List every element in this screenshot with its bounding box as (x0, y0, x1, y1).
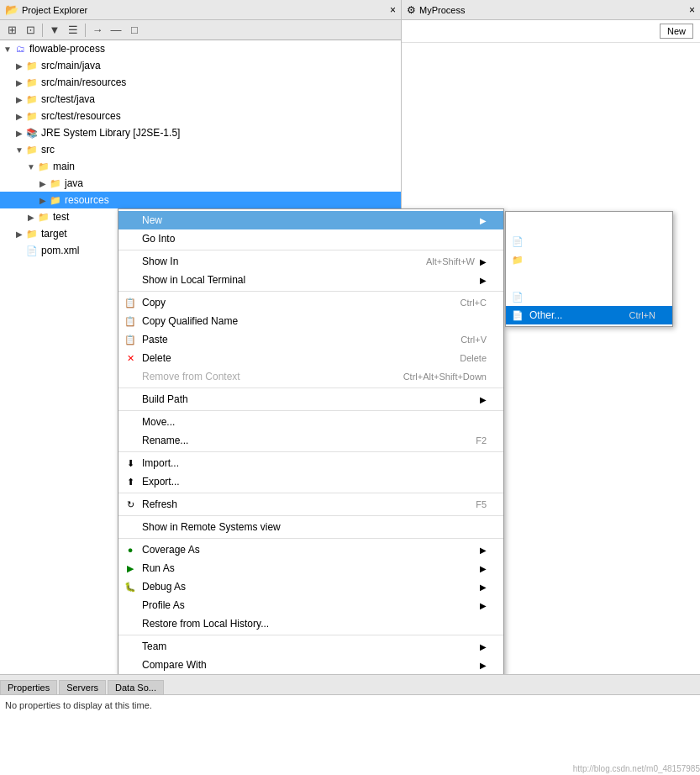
tree-arrow-src: ▼ (13, 145, 25, 155)
tree-item-src-main-java[interactable]: ▶ 📁 src/main/java (0, 57, 401, 74)
submenu-label-sql: SQL File (529, 272, 568, 284)
menu-label-show-remote: Show in Remote Systems view (142, 521, 487, 533)
bottom-content: No properties to display at this time. (0, 695, 700, 775)
menu-item-show-local[interactable]: Show in Local Terminal ▶ (118, 271, 503, 289)
menu-item-remove-context[interactable]: Remove from Context Ctrl+Alt+Shift+Down (118, 367, 503, 386)
folder-icon-src-test-java: 📁 (25, 92, 39, 106)
tab-servers[interactable]: Servers (59, 680, 106, 694)
link-with-editor-icon[interactable]: ⊡ (22, 22, 39, 39)
menu-item-run-as[interactable]: ▶ Run As ▶ (118, 559, 503, 577)
tree-label-main: main (53, 161, 75, 172)
tree-label-src-test-res: src/test/resources (41, 110, 121, 122)
folder-icon-src-test-res: 📁 (25, 109, 39, 123)
menu-label-remove-context: Remove from Context (142, 371, 387, 382)
project-explorer-panel: 📂 Project Explorer × ⊞ ⊡ ▼ ☰ → — □ ▼ (0, 0, 402, 674)
submenu-item-sql[interactable]: 🗃 SQL File (506, 269, 672, 287)
menu-item-show-in[interactable]: Show In Alt+Shift+W ▶ (118, 252, 503, 271)
submenu-item-file[interactable]: 📄 File (506, 232, 672, 250)
other-submenu-icon: 📄 (511, 308, 524, 322)
menu-item-rename[interactable]: Rename... F2 (118, 431, 503, 450)
new-button[interactable]: New (660, 24, 693, 39)
maximize-icon[interactable]: □ (126, 22, 143, 39)
team-arrow: ▶ (480, 642, 487, 651)
menu-item-coverage-as[interactable]: ● Coverage As ▶ (118, 540, 503, 559)
menu-item-restore-history[interactable]: Restore from Local History... (118, 614, 503, 633)
collapse-all-icon[interactable]: ⊞ (3, 22, 20, 39)
tree-arrow-main: ▼ (25, 162, 37, 171)
tab-data-source[interactable]: Data So... (108, 680, 164, 694)
folder-submenu-icon: 📁 (511, 253, 524, 266)
tree-item-jre[interactable]: ▶ 📚 JRE System Library [J2SE-1.5] (0, 124, 401, 141)
view-menu-icon[interactable]: ▼ (46, 22, 63, 39)
menu-item-move[interactable]: Move... (118, 413, 503, 431)
tree-item-src-main-res[interactable]: ▶ 📁 src/main/resources (0, 74, 401, 91)
folder-icon-resources: 📁 (49, 193, 62, 207)
paste-shortcut: Ctrl+V (461, 335, 487, 345)
submenu-item-folder[interactable]: 📁 Folder (506, 250, 672, 269)
menu-item-compare-with[interactable]: Compare With ▶ (118, 656, 503, 674)
menu-item-copy-qualified[interactable]: 📋 Copy Qualified Name (118, 312, 503, 330)
refresh-icon: ↻ (124, 498, 137, 511)
tree-item-src[interactable]: ▼ 📁 src (0, 141, 401, 158)
tree-item-src-test-java[interactable]: ▶ 📁 src/test/java (0, 91, 401, 108)
folder-icon-java: 📁 (49, 177, 62, 190)
menu-item-debug-as[interactable]: 🐛 Debug As ▶ (118, 577, 503, 596)
submenu-label-other: Other... (529, 309, 562, 321)
tree-arrow-target: ▶ (13, 229, 25, 239)
menu-item-show-remote[interactable]: Show in Remote Systems view (118, 518, 503, 536)
submenu-item-other[interactable]: 📄 Other... Ctrl+N (506, 306, 672, 324)
project-explorer-close[interactable]: × (390, 4, 396, 16)
project-icon: 📂 (5, 3, 18, 16)
menu-item-paste[interactable]: 📋 Paste Ctrl+V (118, 330, 503, 349)
tree-item-main[interactable]: ▼ 📁 main (0, 158, 401, 175)
menu-separator-7 (118, 515, 503, 516)
tab-properties[interactable]: Properties (0, 680, 57, 694)
tree-label-resources: resources (65, 194, 109, 206)
menu-item-delete[interactable]: ✕ Delete Delete (118, 349, 503, 367)
folder-icon-src-main-java: 📁 (25, 59, 39, 72)
menu-label-compare-with: Compare With (142, 659, 475, 671)
submenu-item-example[interactable]: 📄 Example... (506, 287, 672, 306)
tree-label-jre: JRE System Library [J2SE-1.5] (41, 127, 180, 139)
submenu-label-example: Example... (529, 291, 577, 303)
menu-item-team[interactable]: Team ▶ (118, 637, 503, 656)
myprocess-close[interactable]: × (689, 4, 695, 16)
menu-label-rename: Rename... (142, 435, 459, 446)
menu-item-new[interactable]: New ▶ 🗂 Project... 📄 File 📁 (118, 211, 503, 229)
tree-arrow-java: ▶ (37, 179, 49, 188)
menu-item-import[interactable]: ⬇ Import... (118, 454, 503, 472)
menu-item-build-path[interactable]: Build Path ▶ (118, 390, 503, 409)
menu-item-copy[interactable]: 📋 Copy Ctrl+C (118, 293, 503, 312)
menu-item-profile-as[interactable]: Profile As ▶ (118, 596, 503, 614)
profile-icon (124, 598, 137, 612)
tree-item-flowable[interactable]: ▼ 🗂 flowable-process (0, 40, 401, 57)
minimize-icon[interactable]: — (108, 22, 124, 39)
menu-item-refresh[interactable]: ↻ Refresh F5 (118, 495, 503, 514)
submenu-item-project[interactable]: 🗂 Project... (506, 214, 672, 232)
remove-context-shortcut: Ctrl+Alt+Shift+Down (403, 372, 487, 382)
submenu-label-project: Project... (529, 217, 569, 229)
filter-icon[interactable]: ☰ (65, 22, 82, 39)
tree-label-src-main-res: src/main/resources (41, 76, 126, 88)
delete-icon: ✕ (124, 351, 137, 365)
file-submenu-icon: 📄 (511, 235, 524, 248)
submenu-label-file: File (529, 235, 545, 247)
tree-arrow-jre: ▶ (13, 129, 25, 138)
menu-label-new: New (142, 214, 475, 226)
menu-item-export[interactable]: ⬆ Export... (118, 472, 503, 491)
team-icon (124, 640, 137, 653)
toolbar-separator-1 (42, 24, 43, 37)
menu-label-delete: Delete (142, 352, 443, 364)
menu-label-go-into: Go Into (142, 233, 487, 245)
folder-icon-test: 📁 (37, 210, 50, 224)
tree-item-java[interactable]: ▶ 📁 java (0, 175, 401, 192)
tree-item-resources[interactable]: ▶ 📁 resources (0, 192, 401, 208)
forward-icon[interactable]: → (89, 22, 106, 39)
tree-item-src-test-res[interactable]: ▶ 📁 src/test/resources (0, 108, 401, 124)
tree-label-src-main-java: src/main/java (41, 60, 101, 71)
refresh-shortcut: F5 (476, 499, 487, 509)
menu-label-restore-history: Restore from Local History... (142, 618, 487, 630)
menu-item-go-into[interactable]: Go Into (118, 229, 503, 248)
show-in-icon (124, 255, 137, 268)
import-icon: ⬇ (124, 456, 137, 470)
